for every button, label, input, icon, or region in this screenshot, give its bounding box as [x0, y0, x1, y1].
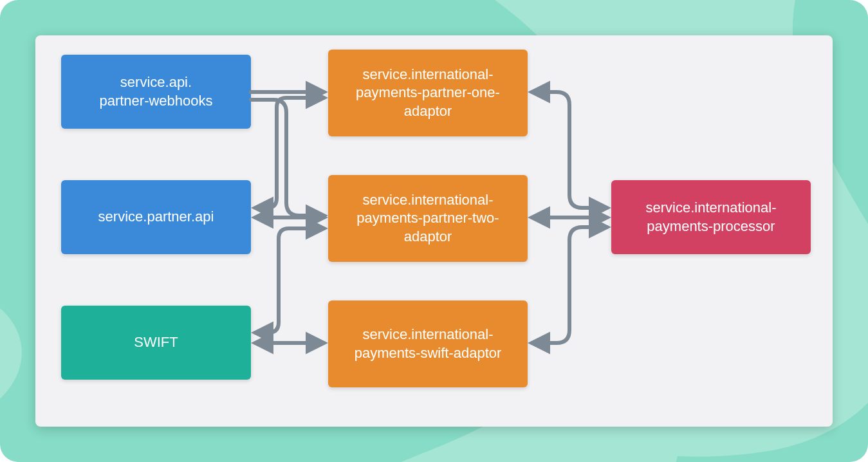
- arrow-adaptor3-processor: [532, 227, 607, 343]
- node-processor: service.international-payments-processor: [611, 180, 811, 254]
- arrow-partner-adaptor1: [255, 98, 324, 208]
- arrow-adaptor1-processor: [532, 92, 607, 208]
- arrow-webhooks-to-adaptor2: [251, 100, 324, 216]
- node-swift: SWIFT: [61, 306, 251, 380]
- node-adaptor-swift: service.international-payments-swift-ada…: [328, 300, 528, 387]
- arrow-swift-adaptor2: [255, 228, 324, 333]
- node-adaptor-two: service.international-payments-partner-t…: [328, 175, 528, 262]
- diagram-panel: service.api.partner-webhooks service.par…: [35, 35, 833, 427]
- node-partner-api: service.partner.api: [61, 180, 251, 254]
- node-adaptor-one: service.international-payments-partner-o…: [328, 50, 528, 136]
- node-partner-webhooks: service.api.partner-webhooks: [61, 55, 251, 129]
- diagram-canvas: service.api.partner-webhooks service.par…: [0, 0, 868, 462]
